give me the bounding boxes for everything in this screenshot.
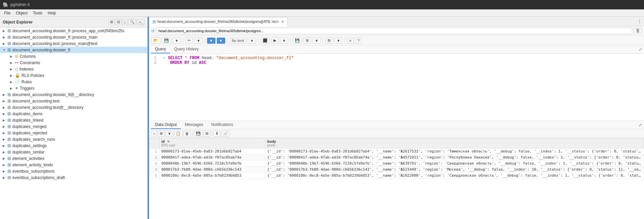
table-row[interactable]: 30000048b-19b7-4596-b566-7218c5fd9efb{'_… bbox=[149, 161, 644, 167]
menu-file[interactable]: File bbox=[1, 10, 13, 16]
menu-object[interactable]: Object bbox=[13, 10, 30, 16]
tree-node-element-activities[interactable]: ▶ ⊞ element_activities bbox=[0, 155, 147, 162]
add-row-btn[interactable]: + bbox=[151, 131, 157, 137]
tree-node-element-activity-kinds[interactable]: ▶ ⊞ element_activity_kinds bbox=[0, 162, 147, 168]
execute-dropdown[interactable]: ▼ bbox=[280, 38, 288, 44]
explain-dropdown[interactable]: ▼ bbox=[312, 38, 321, 44]
cell-body[interactable]: {'__id': '0000180c-0ec8-4a5e-805a-b7b023… bbox=[265, 173, 644, 179]
tree-node-doc-cret[interactable]: ▶ ⊞ document_accounting.dossier_fl::proc… bbox=[0, 28, 147, 34]
cell-id[interactable]: 00000417-adea-47ab-ad16-f87ac85ab74a bbox=[159, 155, 265, 161]
edit-pencil-icon[interactable]: ✎ bbox=[167, 140, 170, 143]
cell-id[interactable]: 000017b3-fb88-4dae-988d-c665b336c143 bbox=[159, 167, 265, 173]
tree-node-columns[interactable]: ▶ ⊞ Columns bbox=[0, 53, 147, 59]
sidebar-btn-search[interactable]: 🔍 bbox=[128, 19, 136, 25]
db-icon-btn[interactable]: 🗄 bbox=[634, 28, 642, 34]
tree-node-rls-policies[interactable]: ▶ 🔒 RLS Policies bbox=[0, 72, 147, 79]
execute-btn[interactable]: ▶ bbox=[271, 37, 279, 44]
tab-query[interactable]: Query bbox=[151, 45, 170, 53]
edit-dropdown[interactable]: ▼ bbox=[194, 38, 203, 44]
copy-sql-btn[interactable]: ⊞ bbox=[325, 37, 333, 44]
tree-node-dossier-directory[interactable]: ▶ ⊞ document_accounting:dossier_fl@__dir… bbox=[0, 91, 147, 98]
help-btn[interactable]: ? bbox=[355, 38, 362, 44]
sql-editor[interactable]: 1 ▾ SELECT * FROM head. "document_accoun… bbox=[149, 54, 644, 121]
col-header-body[interactable]: body jsonb bbox=[265, 138, 644, 148]
open-file-btn[interactable]: 📂 bbox=[151, 37, 160, 44]
sidebar-btn-terminal[interactable]: >_ bbox=[137, 19, 145, 25]
explain-btn[interactable]: 💾 bbox=[293, 37, 302, 44]
cell-id[interactable]: 0000180c-0ec8-4a5e-805a-b7b0239b6853 bbox=[159, 173, 265, 179]
copy-rows-btn[interactable]: ⊞ bbox=[158, 130, 165, 137]
paste-rows-btn[interactable]: 📋 bbox=[174, 130, 183, 137]
tree-node-dup-search[interactable]: ▶ ⊞ duplicates_search_runs bbox=[0, 136, 147, 142]
filter-dropdown[interactable]: ▼ bbox=[217, 38, 225, 44]
filter-btn[interactable]: ▼ bbox=[207, 38, 215, 44]
save-file-btn[interactable]: 💾 bbox=[162, 37, 171, 44]
save-file-dropdown[interactable]: ▼ bbox=[172, 38, 181, 44]
tab-notifications[interactable]: Notifications bbox=[207, 121, 237, 129]
cell-id[interactable]: 00000173-01ae-45eb-8a83-201d6b827ab4 bbox=[159, 148, 265, 155]
url-input[interactable] bbox=[156, 28, 632, 34]
no-limit-btn[interactable]: No limit bbox=[230, 38, 247, 44]
cell-body[interactable]: {'__id': '00000417-adea-47ab-ad16-f87ac8… bbox=[265, 155, 644, 161]
sidebar-btn-grid[interactable]: ⊞ bbox=[108, 19, 115, 25]
tree-node-dup-linked[interactable]: ▶ ⊞ duplicates_linked bbox=[0, 117, 147, 123]
tree-node-doc-test-directory[interactable]: ▶ ⊞ document_accounting:test@__directory bbox=[0, 104, 147, 111]
data-table-container: id ✎ [PK] uuid body jsonb 100000173-01ae… bbox=[149, 138, 644, 219]
tab-close-btn[interactable]: ✕ bbox=[281, 20, 284, 24]
tree-label: document_accounting:test bbox=[12, 99, 147, 103]
no-limit-dropdown[interactable]: ▼ bbox=[248, 38, 256, 44]
sidebar-btn-sort[interactable]: ↕ bbox=[122, 19, 128, 25]
explain-analyze-btn[interactable]: ⊞ bbox=[303, 37, 311, 44]
save-data-btn[interactable]: 💾 bbox=[194, 130, 203, 137]
table-icon: ⊞ bbox=[7, 41, 11, 46]
table-row[interactable]: 100000173-01ae-45eb-8a83-201d6b827ab4{'_… bbox=[149, 148, 644, 155]
tab-messages[interactable]: Messages bbox=[181, 121, 207, 129]
copy-rows-dropdown[interactable]: ▼ bbox=[165, 131, 173, 137]
tab-more-btn[interactable]: ⋮ bbox=[637, 18, 643, 25]
copy-dropdown[interactable]: ▼ bbox=[334, 38, 343, 44]
cell-body[interactable]: {'__id': '0000048b-19b7-4596-b566-7218c5… bbox=[265, 161, 644, 167]
cell-body[interactable]: {'__id': '000017b3-fb88-4dae-988d-c665b3… bbox=[265, 167, 644, 173]
collapse-arrow[interactable]: ▾ bbox=[163, 56, 165, 60]
tree-node-dup-settings[interactable]: ▶ ⊞ duplicates_settings bbox=[0, 142, 147, 149]
save-data-alt-btn[interactable]: ⊞ bbox=[203, 130, 210, 137]
table-row[interactable]: 50000180c-0ec8-4a5e-805a-b7b0239b6853{'_… bbox=[149, 173, 644, 179]
graph-btn[interactable]: 📈 bbox=[221, 130, 230, 137]
macro-btn[interactable]: ≡ bbox=[347, 38, 354, 44]
tree-label: eventbus_subscriptions_draft bbox=[12, 175, 147, 180]
tree-node-dup-rejected[interactable]: ▶ ⊞ duplicates_rejected bbox=[0, 130, 147, 136]
sql-line-2: 2 ORDER BY id ASC bbox=[151, 60, 642, 65]
tree-node-eventbus-subs-draft[interactable]: ▶ ⊞ eventbus_subscriptions_draft bbox=[0, 174, 147, 181]
tree-node-triggers[interactable]: ▶ ✦ Triggers bbox=[0, 85, 147, 91]
row-number: 2 bbox=[149, 155, 159, 161]
menu-tools[interactable]: Tools bbox=[30, 10, 45, 16]
expand-editor-btn[interactable]: ⤢ bbox=[639, 47, 642, 52]
row-number: 5 bbox=[149, 173, 159, 179]
tree-node-doc-dossier[interactable]: ▼ ⊞ document_accounting:dossier_fl bbox=[0, 47, 147, 53]
cell-body[interactable]: {'__id': '00000173-01ae-45eb-8a83-201d6b… bbox=[265, 148, 644, 155]
table-row[interactable]: 4000017b3-fb88-4dae-988d-c665b336c143{'_… bbox=[149, 167, 644, 173]
tree-node-doc-test[interactable]: ▶ ⊞ document_accounting:test bbox=[0, 98, 147, 104]
expand-results-btn[interactable]: ⤢ bbox=[639, 123, 642, 127]
tree-node-dup-items[interactable]: ▶ ⊞ duplicates_items bbox=[0, 111, 147, 117]
tab-query-history[interactable]: Query History bbox=[170, 45, 203, 53]
tree-node-doc-main[interactable]: ▶ ⊞ document_accounting.dossier_fl::proc… bbox=[0, 34, 147, 40]
tab-data-output[interactable]: Data Output bbox=[151, 121, 181, 129]
sidebar-btn-list[interactable]: ⊟ bbox=[115, 19, 122, 25]
tree-node-eventbus-subs[interactable]: ▶ ⊞ eventbus_subscriptions bbox=[0, 168, 147, 174]
edit-btn[interactable]: ✏ bbox=[185, 37, 193, 44]
menu-help[interactable]: Help bbox=[45, 10, 59, 16]
tree-node-dup-similar[interactable]: ▶ ⊞ duplicates_similar bbox=[0, 149, 147, 155]
download-csv-btn[interactable]: ⬇ bbox=[213, 130, 220, 137]
tree-node-doc-main-test[interactable]: ▶ ⊞ document_accounting.test::process_ma… bbox=[0, 40, 147, 47]
tree-node-constraints[interactable]: ▶ ↦ Constraints bbox=[0, 59, 147, 66]
col-header-id[interactable]: id ✎ [PK] uuid bbox=[159, 138, 265, 148]
tree-node-rules[interactable]: ▶ 📄 Rules bbox=[0, 79, 147, 85]
tree-node-indexes[interactable]: ▶ ◇ Indexes bbox=[0, 66, 147, 72]
cell-id[interactable]: 0000048b-19b7-4596-b566-7218c5fd9efb bbox=[159, 161, 265, 167]
tree-node-dup-merged[interactable]: ▶ ⊞ duplicates_merged bbox=[0, 123, 147, 130]
query-tab-active[interactable]: ⊞ head.document_accounting:dossier_fl/el… bbox=[149, 17, 288, 26]
stop-btn[interactable]: ⬛ bbox=[260, 37, 270, 44]
delete-rows-btn[interactable]: 🗑 bbox=[183, 131, 191, 137]
table-row[interactable]: 200000417-adea-47ab-ad16-f87ac85ab74a{'_… bbox=[149, 155, 644, 161]
